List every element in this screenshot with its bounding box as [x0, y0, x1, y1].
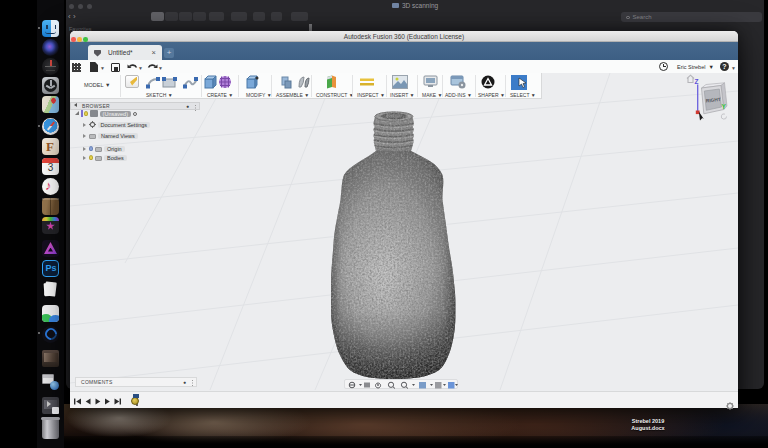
svg-text:Y: Y	[722, 102, 727, 109]
svg-text:Z: Z	[695, 78, 699, 85]
